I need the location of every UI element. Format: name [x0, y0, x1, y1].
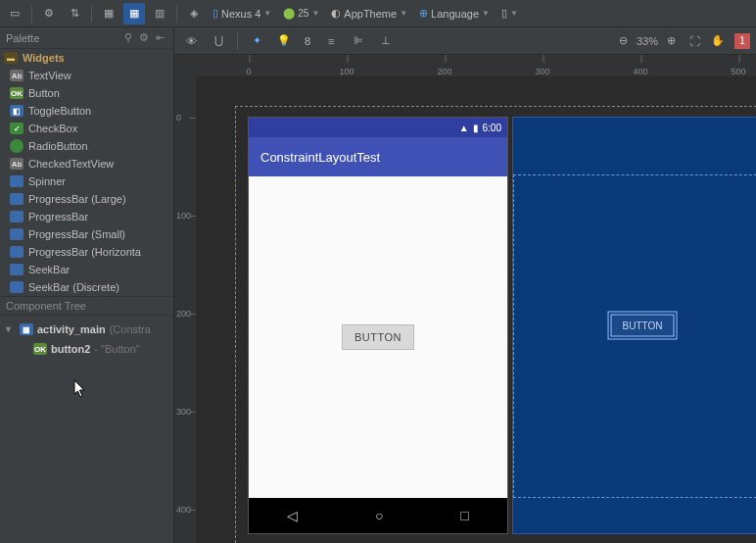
guideline-icon[interactable]: ⊥	[375, 30, 397, 52]
tree-root[interactable]: ▼ ▦ activity_main (Constra	[4, 320, 169, 339]
palette-item[interactable]: SeekBar (Discrete)	[0, 278, 173, 296]
design-canvas: 0 100 200 300 400 500 0 100 200 300 400 …	[174, 55, 756, 543]
left-panel: Palette ⚲ ⚙ ⇤ ▬ Widgets AbTextView OKBut…	[0, 27, 174, 543]
palette-list: ▬ Widgets AbTextView OKButton ◧ToggleBut…	[0, 49, 173, 296]
nav-back-icon[interactable]: ◁	[287, 508, 298, 523]
magnet-icon[interactable]: ⋃	[208, 30, 229, 52]
margin-selector[interactable]: 8	[301, 30, 314, 52]
nav-recent-icon[interactable]: □	[460, 508, 468, 523]
design-toolbar: 👁 ⋃ ✦ 💡 8 ≡ ⊫ ⊥ ⊖ 33% ⊕ ⛶ ✋ 1	[174, 27, 756, 55]
device-preview[interactable]: ▲ ▮ 6:00 ConstraintLayoutTest BUTTON ◁ ○…	[249, 118, 507, 533]
layout-icon: ▦	[20, 323, 33, 335]
palette-item[interactable]: ProgressBar (Large)	[0, 190, 173, 208]
chevron-down-icon: ▼	[311, 9, 319, 18]
palette-title: Palette	[6, 32, 39, 44]
globe-icon: ⊕	[419, 7, 428, 20]
chevron-down-icon: ▼	[400, 9, 407, 18]
progressbar-icon	[10, 193, 24, 205]
gear-icon[interactable]: ⚙	[136, 30, 152, 46]
theme-selector[interactable]: ◐ AppTheme ▼	[327, 3, 411, 25]
button-widget[interactable]: BUTTON	[342, 324, 414, 350]
view-both-icon[interactable]: ▥	[149, 3, 170, 25]
device-selector[interactable]: ▯ Nexus 4 ▼	[209, 3, 275, 25]
status-bar: ▲ ▮ 6:00	[249, 118, 507, 137]
button-icon: OK	[10, 87, 24, 99]
view-design-icon[interactable]: ▦	[98, 3, 119, 25]
main-toolbar: ▭ ⚙ ⇅ ▦ ▦ ▥ ◈ ▯ Nexus 4 ▼ ⬤ 25 ▼ ◐ AppTh…	[0, 0, 756, 27]
component-tree-header: Component Tree	[0, 296, 173, 316]
bulb-icon[interactable]: 💡	[273, 30, 295, 52]
align-icon[interactable]: ⊫	[348, 30, 369, 52]
folder-icon: ▬	[4, 52, 18, 64]
collapse-icon[interactable]: ⇤	[152, 30, 167, 46]
zoom-value: 33%	[637, 35, 658, 47]
checkedtext-icon: Ab	[10, 158, 24, 170]
chevron-down-icon: ▼	[263, 9, 271, 18]
textview-icon: Ab	[10, 70, 24, 81]
palette-item[interactable]: ProgressBar (Small)	[0, 225, 173, 243]
chevron-down-icon: ▼	[510, 9, 518, 18]
checkbox-icon: ✓	[10, 123, 24, 134]
component-tree: ▼ ▦ activity_main (Constra OK button2 - …	[0, 316, 173, 543]
blueprint-preview[interactable]: BUTTON	[513, 118, 756, 533]
android-icon: ⬤	[283, 7, 295, 20]
variant-selector[interactable]: ▯ ▼	[497, 3, 522, 25]
palette-group-widgets[interactable]: ▬ Widgets	[0, 49, 173, 67]
blueprint-button-widget[interactable]: BUTTON	[611, 315, 675, 337]
palette-item[interactable]: AbTextView	[0, 67, 173, 84]
locale-selector[interactable]: ⊕ Language ▼	[415, 3, 494, 25]
palette-item[interactable]: RadioButton	[0, 137, 173, 155]
wifi-icon: ▲	[459, 123, 469, 133]
chevron-down-icon: ▼	[482, 9, 490, 18]
zoom-in-icon[interactable]: ⊕	[660, 30, 682, 52]
pan-icon[interactable]: ✋	[707, 30, 729, 52]
palette-item[interactable]: ✓CheckBox	[0, 120, 173, 137]
theme-icon: ◐	[331, 7, 341, 20]
toggle-panel-icon[interactable]: ▭	[4, 3, 25, 25]
status-time: 6:00	[483, 123, 501, 133]
seekbar-icon	[10, 264, 24, 275]
phone-icon: ▯	[213, 7, 218, 20]
app-bar: ConstraintLayoutTest	[249, 137, 507, 176]
search-icon[interactable]: ⚲	[120, 30, 136, 46]
phone-icon: ▯	[501, 7, 507, 20]
app-title: ConstraintLayoutTest	[260, 150, 380, 165]
palette-item[interactable]: Spinner	[0, 173, 173, 190]
battery-icon: ▮	[473, 123, 479, 133]
nav-bar: ◁ ○ □	[249, 498, 507, 533]
error-badge[interactable]: 1	[734, 33, 750, 49]
palette-item[interactable]: ◧ToggleButton	[0, 102, 173, 120]
seekbar-icon	[10, 281, 24, 293]
zoom-out-icon[interactable]: ⊖	[613, 30, 635, 52]
palette-item[interactable]: OKButton	[0, 84, 173, 102]
design-area[interactable]: ▲ ▮ 6:00 ConstraintLayoutTest BUTTON ◁ ○…	[196, 76, 756, 543]
progressbar-icon	[10, 246, 24, 258]
gear-icon[interactable]: ⚙	[38, 3, 60, 25]
ruler-corner	[174, 55, 196, 76]
radio-icon	[10, 140, 24, 152]
zoom-fit-icon[interactable]: ⛶	[684, 30, 705, 52]
nav-home-icon[interactable]: ○	[375, 508, 383, 523]
expand-arrow-icon[interactable]: ▼	[4, 324, 16, 334]
orientation-icon[interactable]: ◈	[183, 3, 205, 25]
toggle-icon: ◧	[10, 105, 24, 117]
button-icon: OK	[33, 343, 47, 355]
palette-header: Palette ⚲ ⚙ ⇤	[0, 27, 173, 49]
palette-item[interactable]: ProgressBar	[0, 208, 173, 225]
palette-item[interactable]: SeekBar	[0, 261, 173, 278]
progressbar-icon	[10, 228, 24, 240]
palette-item[interactable]: ProgressBar (Horizonta	[0, 243, 173, 261]
ruler-vertical: 0 100 200 300 400	[174, 76, 196, 543]
tree-child[interactable]: OK button2 - "Button"	[4, 339, 169, 359]
spinner-icon	[10, 175, 24, 187]
wand-icon[interactable]: ✦	[246, 30, 267, 52]
ruler-horizontal: 0 100 200 300 400 500	[196, 55, 756, 76]
palette-item[interactable]: AbCheckedTextView	[0, 155, 173, 173]
pack-icon[interactable]: ≡	[320, 30, 342, 52]
device-content[interactable]: BUTTON	[249, 176, 507, 498]
eye-icon[interactable]: 👁	[180, 30, 202, 52]
api-selector[interactable]: ⬤ 25 ▼	[279, 3, 323, 25]
sort-icon[interactable]: ⇅	[64, 3, 85, 25]
progressbar-icon	[10, 211, 24, 222]
view-blueprint-icon[interactable]: ▦	[123, 3, 145, 25]
